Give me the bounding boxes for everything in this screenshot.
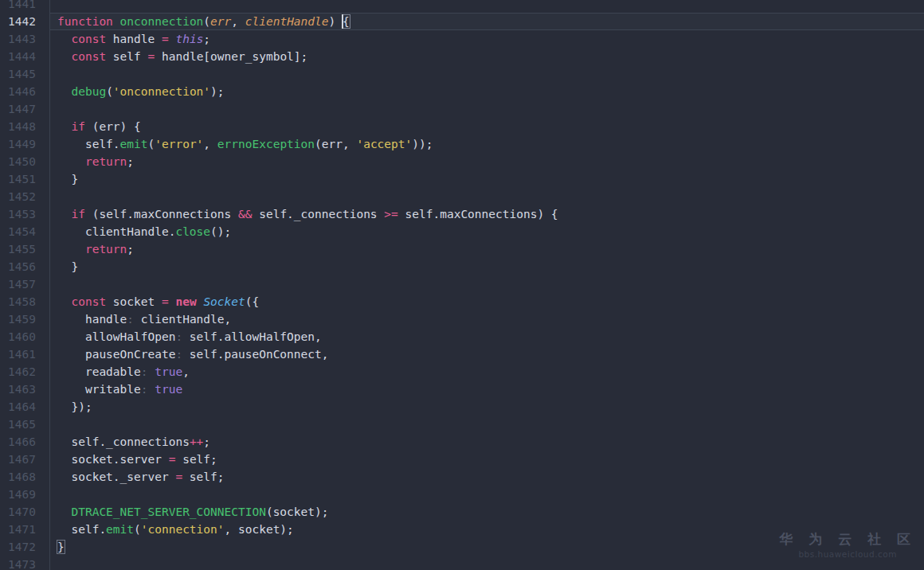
code-line-content[interactable]: self._connections++;: [50, 433, 924, 451]
code-line[interactable]: 1462 readable: true,: [0, 363, 924, 381]
line-number[interactable]: 1461: [0, 346, 50, 363]
line-number[interactable]: 1464: [0, 398, 50, 416]
line-number[interactable]: 1446: [0, 83, 50, 100]
code-line[interactable]: 1444 const self = handle[owner_symbol];: [0, 48, 924, 65]
line-number[interactable]: 1471: [0, 521, 50, 538]
code-line[interactable]: 1460 allowHalfOpen: self.allowHalfOpen,: [0, 328, 924, 346]
code-line[interactable]: 1467 socket.server = self;: [0, 451, 924, 468]
code-line[interactable]: 1455 return;: [0, 240, 924, 258]
code-line-content[interactable]: [50, 100, 924, 118]
code-line-content[interactable]: socket._server = self;: [50, 468, 924, 486]
code-line-content[interactable]: self.emit('error', errnoException(err, '…: [50, 135, 924, 153]
line-number[interactable]: 1465: [0, 416, 50, 433]
code-token: errnoException: [217, 138, 315, 150]
code-token: [113, 15, 120, 28]
code-line-content[interactable]: if (err) {: [50, 118, 924, 135]
line-number[interactable]: 1448: [0, 118, 50, 135]
line-number[interactable]: 1453: [0, 205, 50, 223]
code-line[interactable]: 1470 DTRACE_NET_SERVER_CONNECTION(socket…: [0, 503, 924, 521]
code-line[interactable]: 1458 const socket = new Socket({: [0, 293, 924, 310]
code-line-content[interactable]: [50, 486, 924, 503]
code-token: [57, 506, 71, 518]
code-line-content[interactable]: [50, 275, 924, 293]
line-number[interactable]: 1457: [0, 275, 50, 293]
code-line-content[interactable]: }: [50, 170, 924, 188]
code-line[interactable]: 1459 handle: clientHandle,: [0, 310, 924, 328]
line-number[interactable]: 1467: [0, 451, 50, 468]
line-number[interactable]: 1449: [0, 135, 50, 153]
line-number[interactable]: 1466: [0, 433, 50, 451]
line-number[interactable]: 1451: [0, 170, 50, 188]
code-line[interactable]: 1454 clientHandle.close();: [0, 223, 924, 240]
code-line-content[interactable]: [50, 0, 924, 13]
code-line[interactable]: 1442function onconnection(err, clientHan…: [0, 13, 924, 30]
code-line-content[interactable]: return;: [50, 240, 924, 258]
code-line-content[interactable]: socket.server = self;: [50, 451, 924, 468]
line-number[interactable]: 1463: [0, 381, 50, 398]
line-number[interactable]: 1462: [0, 363, 50, 381]
code-line-content[interactable]: clientHandle.close();: [50, 223, 924, 240]
code-line[interactable]: 1463 writable: true: [0, 381, 924, 398]
line-number[interactable]: 1442: [0, 13, 50, 30]
code-line-content[interactable]: function onconnection(err, clientHandle)…: [50, 13, 924, 30]
code-line-content[interactable]: if (self.maxConnections && self._connect…: [50, 205, 924, 223]
code-line-content[interactable]: const self = handle[owner_symbol];: [50, 48, 924, 65]
line-number[interactable]: 1459: [0, 310, 50, 328]
line-number[interactable]: 1443: [0, 30, 50, 48]
line-number[interactable]: 1447: [0, 100, 50, 118]
code-line-content[interactable]: debug('onconnection');: [50, 83, 924, 100]
code-line[interactable]: 1452: [0, 188, 924, 205]
line-number[interactable]: 1444: [0, 48, 50, 65]
line-number[interactable]: 1468: [0, 468, 50, 486]
code-line-content[interactable]: allowHalfOpen: self.allowHalfOpen,: [50, 328, 924, 346]
code-line-content[interactable]: }: [50, 258, 924, 275]
code-line[interactable]: 1461 pauseOnCreate: self.pauseOnConnect,: [0, 346, 924, 363]
code-line[interactable]: 1466 self._connections++;: [0, 433, 924, 451]
code-line[interactable]: 1446 debug('onconnection');: [0, 83, 924, 100]
code-line-content[interactable]: writable: true: [50, 381, 924, 398]
code-line-content[interactable]: readable: true,: [50, 363, 924, 381]
line-number[interactable]: 1455: [0, 240, 50, 258]
line-number[interactable]: 1445: [0, 65, 50, 83]
line-number[interactable]: 1452: [0, 188, 50, 205]
line-number[interactable]: 1460: [0, 328, 50, 346]
code-line[interactable]: 1453 if (self.maxConnections && self._co…: [0, 205, 924, 223]
code-line[interactable]: 1468 socket._server = self;: [0, 468, 924, 486]
code-line[interactable]: 1456 }: [0, 258, 924, 275]
code-line[interactable]: 1469: [0, 486, 924, 503]
code-line-content[interactable]: [50, 65, 924, 83]
code-line[interactable]: 1457: [0, 275, 924, 293]
code-token: self._connections: [57, 435, 190, 448]
code-line-content[interactable]: const handle = this;: [50, 30, 924, 48]
code-line[interactable]: 1448 if (err) {: [0, 118, 924, 135]
code-token: 'error': [155, 138, 203, 150]
line-number[interactable]: 1441: [0, 0, 50, 13]
code-line-content[interactable]: handle: clientHandle,: [50, 310, 924, 328]
code-line[interactable]: 1464 });: [0, 398, 924, 416]
line-number[interactable]: 1473: [0, 556, 50, 570]
code-line[interactable]: 1445: [0, 65, 924, 83]
code-line[interactable]: 1450 return;: [0, 153, 924, 170]
code-line[interactable]: 1465: [0, 416, 924, 433]
code-line[interactable]: 1443 const handle = this;: [0, 30, 924, 48]
code-line[interactable]: 1441: [0, 0, 924, 13]
line-number[interactable]: 1469: [0, 486, 50, 503]
line-number[interactable]: 1458: [0, 293, 50, 310]
code-line-content[interactable]: [50, 188, 924, 205]
code-line-content[interactable]: });: [50, 398, 924, 416]
code-line-content[interactable]: const socket = new Socket({: [50, 293, 924, 310]
code-line-content[interactable]: pauseOnCreate: self.pauseOnConnect,: [50, 346, 924, 363]
line-number[interactable]: 1472: [0, 538, 50, 556]
line-number[interactable]: 1450: [0, 153, 50, 170]
code-line[interactable]: 1447: [0, 100, 924, 118]
code-line-content[interactable]: [50, 416, 924, 433]
line-number[interactable]: 1456: [0, 258, 50, 275]
code-line[interactable]: 1451 }: [0, 170, 924, 188]
code-token: if: [71, 208, 84, 221]
code-line-content[interactable]: DTRACE_NET_SERVER_CONNECTION(socket);: [50, 503, 924, 521]
code-line-content[interactable]: return;: [50, 153, 924, 170]
code-line[interactable]: 1449 self.emit('error', errnoException(e…: [0, 135, 924, 153]
code-token: (err) {: [85, 120, 141, 133]
line-number[interactable]: 1470: [0, 503, 50, 521]
line-number[interactable]: 1454: [0, 223, 50, 240]
